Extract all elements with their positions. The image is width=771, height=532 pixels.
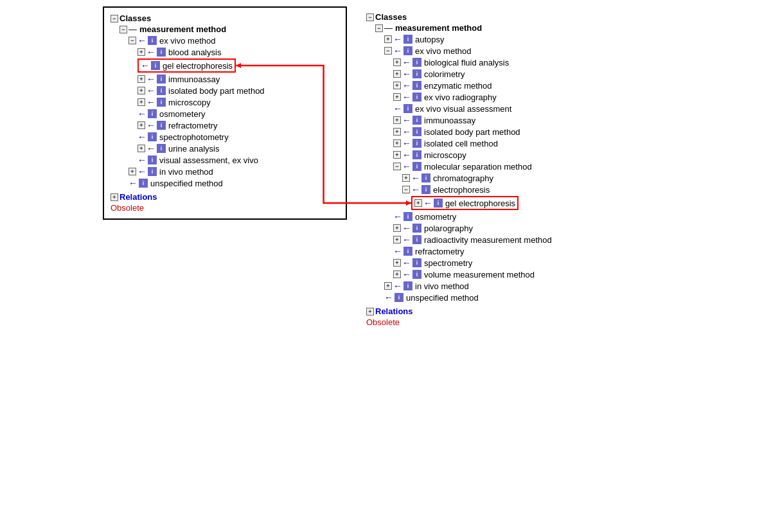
right-chroma-info[interactable]: i [421,173,430,182]
right-exvisual-info[interactable]: i [403,104,412,113]
left-blood-info[interactable]: i [157,48,166,57]
right-electro-expand[interactable]: − [402,186,410,193]
right-mol-expand[interactable]: − [393,163,401,170]
right-exvivo-radio: + ← i ex vivo radiography [366,91,662,103]
left-invivo-info[interactable]: i [148,167,157,176]
right-classes-expand[interactable]: − [366,13,374,21]
right-iso-expand[interactable]: + [393,128,401,136]
right-refract-info[interactable]: i [403,247,412,256]
right-exradio-info[interactable]: i [412,93,421,102]
right-relations-label[interactable]: Relations [375,306,413,316]
right-micro-expand[interactable]: + [393,151,401,159]
left-unspecified-info[interactable]: i [139,179,148,188]
right-color-arrow: ← [402,69,411,79]
left-immunoassay: + ← i immunoassay [111,73,339,85]
right-relations: + Relations [366,306,662,317]
right-color-info[interactable]: i [412,69,421,78]
left-immuno-label: immunoassay [168,75,220,84]
right-measurement-expand[interactable]: − [375,24,383,32]
left-exvivo-info[interactable]: i [148,36,157,45]
left-refract-expand[interactable]: + [137,121,145,129]
right-unspecified-label: unspecified method [406,293,479,303]
right-color-expand[interactable]: + [393,70,401,78]
right-electro-arrow: ← [411,184,420,195]
right-autopsy-info[interactable]: i [403,35,412,44]
right-obsolete-label[interactable]: Obsolete [366,317,400,327]
left-refract-info[interactable]: i [157,121,166,130]
right-relations-expand[interactable]: + [366,308,374,315]
left-exvivo-arrow: ← [137,35,146,46]
right-cell-arrow: ← [402,138,411,148]
left-measurement-expand[interactable]: − [120,26,127,33]
right-radio-info[interactable]: i [412,235,421,244]
right-exvisual-label: ex vivo visual assessment [415,104,511,114]
right-autopsy-expand[interactable]: + [384,35,392,43]
right-cell-expand[interactable]: + [393,139,401,147]
left-isolated-info[interactable]: i [157,86,166,95]
right-chroma-expand[interactable]: + [402,174,410,182]
left-gel-info[interactable]: i [151,61,160,70]
right-osmo-info[interactable]: i [403,212,412,221]
right-polar-expand[interactable]: + [393,224,401,232]
left-obsolete-label[interactable]: Obsolete [111,203,144,213]
right-unspecified-arrow: ← [384,292,393,303]
left-blood-analysis: + ← i blood analysis [111,46,339,58]
right-micro-info[interactable]: i [412,150,421,159]
right-bio-info[interactable]: i [412,58,421,67]
right-enzyme-expand[interactable]: + [393,82,401,89]
left-classes-label: Classes [120,13,151,23]
left-osmo-info[interactable]: i [148,109,157,118]
right-immuno-expand[interactable]: + [393,116,401,124]
right-spectrometry: + ← i spectrometry [366,257,662,269]
right-radio-expand[interactable]: + [393,236,401,244]
right-exradio-expand[interactable]: + [393,93,401,101]
left-micro-info[interactable]: i [157,98,166,107]
right-invivo-info[interactable]: i [403,281,412,290]
right-gel-expand[interactable]: + [414,199,422,207]
right-iso-info[interactable]: i [412,127,421,136]
right-vol-info[interactable]: i [412,270,421,279]
left-microscopy: + ← i microscopy [111,96,339,108]
right-spectr-info[interactable]: i [412,258,421,267]
left-urine-info[interactable]: i [157,144,166,153]
right-cell-label: isolated cell method [424,139,498,148]
right-enzymatic: + ← i enzymatic method [366,80,662,91]
left-visual-info[interactable]: i [148,155,157,164]
left-spectro-info[interactable]: i [148,132,157,141]
right-molecular: − ← i molecular separation method [366,161,662,172]
right-exvivo-info[interactable]: i [403,46,412,55]
left-exvivo-expand[interactable]: − [128,37,136,44]
left-blood-expand[interactable]: + [137,48,145,56]
left-gel-label: gel electrophoresis [163,61,233,71]
right-radio-label: radioactivity measurement method [424,235,552,245]
left-urine-expand[interactable]: + [137,145,145,152]
left-isolated-arrow: ← [146,85,155,96]
right-gel-info[interactable]: i [434,199,443,208]
left-invivo-label: in vivo method [159,167,213,177]
right-cell-info[interactable]: i [412,139,421,148]
right-spectr-expand[interactable]: + [393,259,401,267]
right-refract-label: refractometry [415,247,465,256]
right-bio-expand[interactable]: + [393,58,401,66]
right-unspecified-info[interactable]: i [394,293,403,302]
left-relations-expand[interactable]: + [111,193,118,201]
right-osmo-label: osmometry [415,212,456,222]
left-classes-expand[interactable]: − [111,15,118,22]
right-exvivo-expand[interactable]: − [384,47,392,55]
left-isolated-expand[interactable]: + [137,87,145,94]
right-exvivo: − ← i ex vivo method [366,45,662,57]
right-enzyme-info[interactable]: i [412,81,421,90]
right-biofluids: + ← i biological fluid analysis [366,57,662,68]
left-relations-label[interactable]: Relations [120,192,157,202]
right-invivo-expand[interactable]: + [384,282,392,290]
left-immuno-info[interactable]: i [157,75,166,84]
left-invivo-expand[interactable]: + [128,168,136,175]
right-electro-info[interactable]: i [421,185,430,194]
right-mol-info[interactable]: i [412,162,421,171]
left-micro-expand[interactable]: + [137,98,145,106]
left-immuno-expand[interactable]: + [137,75,145,83]
right-iso-label: isolated body part method [424,127,520,137]
right-vol-expand[interactable]: + [393,270,401,278]
right-immuno-info[interactable]: i [412,116,421,125]
right-polar-info[interactable]: i [412,224,421,233]
